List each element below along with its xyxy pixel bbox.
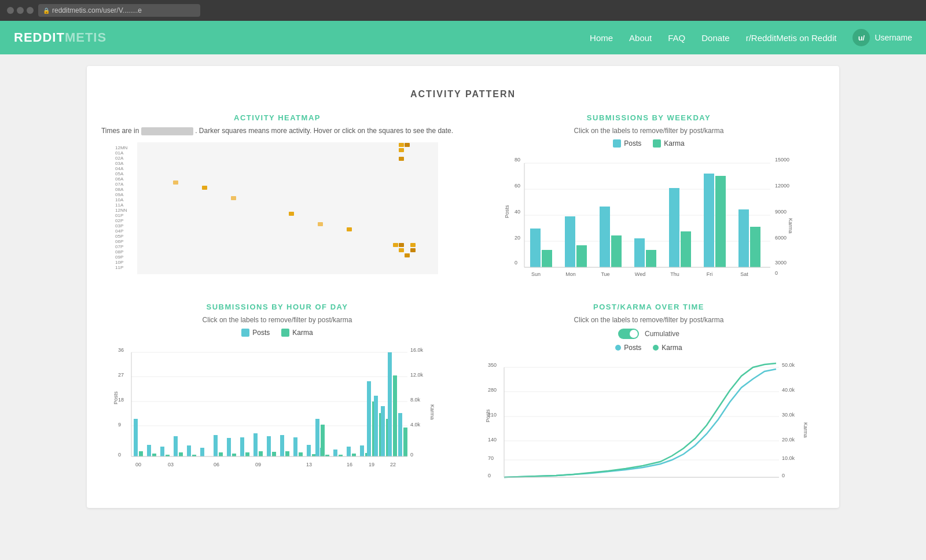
svg-text:Karma: Karma <box>788 218 793 234</box>
nav-reddit[interactable]: r/RedditMetis on Reddit <box>746 33 837 43</box>
overtime-posts-color <box>615 345 621 351</box>
svg-rect-138 <box>374 396 378 456</box>
hourly-section: SUBMISSIONS BY HOUR OF DAY Click on the … <box>101 303 454 494</box>
hourly-karma-color <box>281 329 289 337</box>
svg-rect-65 <box>600 207 610 267</box>
svg-rect-99 <box>134 419 138 456</box>
heatmap-desc-suffix: . Darker squares means more activity. Ho… <box>195 127 453 135</box>
svg-rect-103 <box>160 447 164 456</box>
legend-posts[interactable]: Posts <box>613 139 641 148</box>
svg-text:02P: 02P <box>115 218 123 223</box>
svg-text:05P: 05P <box>115 234 123 239</box>
svg-rect-38 <box>289 212 294 216</box>
svg-rect-26 <box>405 143 410 147</box>
nav-home[interactable]: Home <box>590 33 613 43</box>
svg-text:08P: 08P <box>115 249 123 255</box>
svg-rect-101 <box>147 445 151 456</box>
weekday-title: SUBMISSIONS BY WEEKDAY <box>472 113 825 122</box>
svg-text:04A: 04A <box>115 166 124 171</box>
overtime-legend-karma[interactable]: Karma <box>653 344 682 352</box>
weekday-chart-container: 80 60 40 20 0 Posts 15000 12000 9000 600… <box>472 154 825 284</box>
svg-text:10P: 10P <box>115 260 123 265</box>
svg-text:9000: 9000 <box>775 209 787 215</box>
svg-text:6000: 6000 <box>775 235 787 241</box>
svg-text:27: 27 <box>118 372 124 378</box>
nav-donate[interactable]: Donate <box>701 33 729 43</box>
svg-rect-113 <box>232 454 236 456</box>
svg-rect-102 <box>152 454 156 456</box>
overtime-chart-container: 350 280 210 140 70 0 Posts 50.0k 40.0k 3… <box>472 359 825 494</box>
heatmap-title: ACTIVITY HEATMAP <box>101 113 454 122</box>
svg-rect-107 <box>187 445 191 456</box>
svg-text:Sat: Sat <box>740 271 748 277</box>
svg-text:8.0k: 8.0k <box>410 397 421 403</box>
navbar: REDDITMETIS Home About FAQ Donate r/Redd… <box>0 21 926 54</box>
browser-dot-3 <box>27 7 34 14</box>
heatmap-section: ACTIVITY HEATMAP Times are in . Darker s… <box>101 113 454 284</box>
username: Username <box>874 33 912 42</box>
svg-text:06A: 06A <box>115 176 124 182</box>
legend-karma[interactable]: Karma <box>653 139 684 148</box>
svg-text:09P: 09P <box>115 255 123 260</box>
overtime-legend-karma-label: Karma <box>662 344 682 352</box>
svg-rect-117 <box>259 451 263 456</box>
svg-rect-124 <box>307 445 311 456</box>
browser-url[interactable]: 🔒 redditmetis.com/user/V........e <box>38 4 200 17</box>
svg-text:Karma: Karma <box>803 422 809 438</box>
svg-rect-111 <box>219 452 223 456</box>
svg-rect-116 <box>253 433 258 456</box>
svg-text:12.0k: 12.0k <box>410 372 424 378</box>
svg-text:Sun: Sun <box>531 271 541 277</box>
svg-rect-60 <box>542 250 552 267</box>
cumulative-toggle-row: Cumulative <box>472 329 825 339</box>
svg-rect-109 <box>200 448 204 456</box>
svg-text:4.0k: 4.0k <box>410 422 421 428</box>
overtime-karma-color <box>653 345 659 351</box>
brand-prefix: REDDIT <box>14 30 65 45</box>
hourly-legend-karma-label: Karma <box>292 329 313 337</box>
svg-rect-145 <box>403 428 407 456</box>
browser-dot-1 <box>7 7 14 14</box>
svg-rect-72 <box>681 231 691 267</box>
svg-text:0: 0 <box>775 270 778 276</box>
svg-text:02A: 02A <box>115 156 124 161</box>
brand-logo[interactable]: REDDITMETIS <box>14 30 106 45</box>
hourly-chart-svg: 36 27 18 9 0 Posts 16.0k 12.0k 8.0k 4.0k… <box>101 344 454 482</box>
svg-text:10.0k: 10.0k <box>782 455 795 461</box>
overtime-section: POST/KARMA OVER TIME Click on the labels… <box>472 303 825 494</box>
overtime-legend-posts[interactable]: Posts <box>615 344 641 352</box>
hourly-legend-karma[interactable]: Karma <box>281 329 313 337</box>
svg-rect-62 <box>565 216 575 267</box>
svg-rect-105 <box>174 436 178 456</box>
charts-grid: ACTIVITY HEATMAP Times are in . Darker s… <box>101 113 825 494</box>
svg-rect-115 <box>245 452 249 456</box>
svg-text:40.0k: 40.0k <box>782 387 795 393</box>
browser-bar: 🔒 redditmetis.com/user/V........e <box>0 0 926 21</box>
svg-rect-66 <box>611 235 622 267</box>
nav-about[interactable]: About <box>629 33 652 43</box>
svg-text:09: 09 <box>255 462 261 467</box>
activity-pattern-card: ACTIVITY PATTERN ACTIVITY HEATMAP Times … <box>87 66 839 508</box>
svg-text:Wed: Wed <box>635 271 645 277</box>
avatar: u/ <box>852 29 870 46</box>
svg-rect-119 <box>272 452 276 456</box>
svg-rect-106 <box>179 452 183 456</box>
heatmap-description: Times are in . Darker squares means more… <box>101 127 454 135</box>
svg-text:00: 00 <box>135 462 141 467</box>
weekday-subtitle: Click on the labels to remove/filter by … <box>472 127 825 135</box>
hourly-legend-posts[interactable]: Posts <box>241 329 270 337</box>
svg-text:11A: 11A <box>115 202 124 208</box>
svg-rect-135 <box>321 425 325 456</box>
svg-rect-122 <box>293 437 297 456</box>
svg-text:0: 0 <box>488 473 491 478</box>
heatmap-desc-prefix: Times are in <box>101 127 139 135</box>
user-menu[interactable]: u/ Username <box>852 29 912 46</box>
overtime-legend-posts-label: Posts <box>624 344 641 352</box>
svg-text:Mon: Mon <box>565 271 576 277</box>
nav-faq[interactable]: FAQ <box>668 33 685 43</box>
svg-rect-136 <box>367 381 371 456</box>
cumulative-toggle[interactable] <box>618 329 639 339</box>
svg-rect-78 <box>750 227 760 267</box>
svg-rect-35 <box>173 180 178 185</box>
svg-rect-125 <box>312 454 316 456</box>
